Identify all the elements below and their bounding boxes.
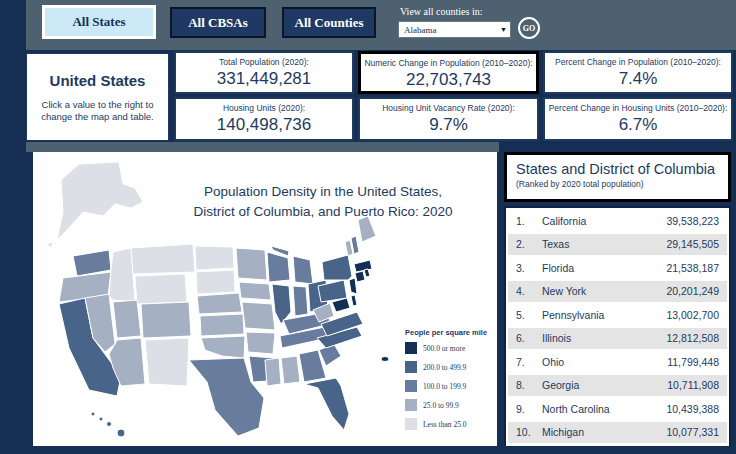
state-nj[interactable]	[349, 278, 357, 294]
state-ms[interactable]	[265, 358, 281, 386]
state-wy[interactable]	[135, 274, 187, 304]
geography-instructions: Click a value to the right to change the…	[37, 99, 158, 124]
map-panel: Population Density in the United States,…	[33, 152, 497, 454]
stat-label: Housing Unit Vacancy Rate (2020):	[360, 103, 537, 113]
legend-swatch	[405, 380, 417, 392]
state-dropdown-value: Alabama	[404, 25, 436, 35]
state-mi[interactable]	[293, 256, 313, 284]
state-wi[interactable]	[267, 252, 290, 282]
state-ri[interactable]	[364, 269, 370, 277]
stat-percent-change-population[interactable]: Percent Change in Population (2010–2020)…	[543, 51, 733, 94]
state-hi-island[interactable]	[99, 417, 103, 421]
state-nm[interactable]	[145, 338, 189, 386]
table-row[interactable]: 1. California 39,538,223	[508, 210, 727, 231]
state-il[interactable]	[272, 284, 291, 324]
state-mo[interactable]	[242, 302, 275, 330]
state-ny[interactable]	[322, 255, 352, 280]
state-mn[interactable]	[236, 248, 267, 280]
stat-value: 140,498,736	[176, 115, 352, 135]
state-wa[interactable]	[73, 250, 111, 276]
legend-item: Less than 25.0	[405, 418, 495, 430]
table-row[interactable]: 3. Florida 21,538,187	[508, 257, 727, 278]
state-sd[interactable]	[196, 270, 235, 294]
table-row[interactable]: 7. Ohio 11,799,448	[508, 351, 727, 372]
map-legend: People per square mile 500.0 or more 200…	[405, 328, 495, 437]
state-ct[interactable]	[355, 271, 365, 282]
legend-swatch	[405, 342, 417, 354]
state-ut[interactable]	[113, 300, 141, 338]
view-counties-label: View all counties in:	[400, 6, 482, 17]
legend-item: 25.0 to 99.9	[405, 399, 495, 411]
state-ar[interactable]	[246, 332, 275, 354]
state-in[interactable]	[293, 286, 308, 316]
state-dropdown[interactable]: Alabama ▼	[398, 21, 511, 38]
stat-total-population[interactable]: Total Population (2020): 331,449,281	[174, 51, 354, 94]
ranking-list: 1. California 39,538,223 2. Texas 29,145…	[504, 206, 731, 454]
state-co[interactable]	[141, 302, 191, 338]
ranking-title: States and District of Columbia	[516, 161, 728, 177]
state-hi-island[interactable]	[107, 422, 112, 427]
stat-vacancy-rate[interactable]: Housing Unit Vacancy Rate (2020): 9.7%	[358, 97, 539, 141]
divider	[26, 142, 499, 152]
table-row[interactable]: 5. Pennsylvania 13,002,700	[508, 304, 727, 325]
state-sc[interactable]	[319, 344, 341, 366]
state-al[interactable]	[281, 356, 300, 384]
table-row[interactable]: 6. Illinois 12,812,508	[508, 328, 727, 349]
legend-swatch	[405, 399, 417, 411]
state-ak-island[interactable]	[47, 242, 53, 248]
state-hi[interactable]	[117, 429, 125, 437]
stat-numeric-change-population[interactable]: Numeric Change in Population (2010–2020)…	[358, 51, 539, 94]
ranking-subtitle: (Ranked by 2020 total population)	[516, 179, 728, 189]
legend-item: 100.0 to 199.9	[405, 380, 495, 392]
legend-item: 200.0 to 499.9	[405, 361, 495, 373]
geography-title: United States	[27, 72, 168, 89]
stat-label: Numeric Change in Population (2010–2020)…	[361, 58, 536, 68]
stat-label: Percent Change in Population (2010–2020)…	[545, 57, 731, 67]
all-counties-button[interactable]: All Counties	[282, 7, 376, 38]
state-fl[interactable]	[304, 378, 349, 430]
ranking-header: States and District of Columbia (Ranked …	[504, 152, 731, 202]
table-row[interactable]: 8. Georgia 10,711,908	[508, 375, 727, 396]
table-row[interactable]: 4. New York 20,201,249	[508, 281, 727, 302]
stat-label: Housing Units (2020):	[176, 103, 352, 113]
table-row[interactable]: 9. North Carolina 10,439,388	[508, 398, 727, 419]
chevron-down-icon: ▼	[500, 26, 507, 33]
stat-percent-change-housing[interactable]: Percent Change in Housing Units (2010–20…	[543, 97, 733, 141]
state-ks[interactable]	[200, 314, 244, 336]
state-nd[interactable]	[195, 246, 234, 270]
top-toolbar: All States All CBSAs All Counties View a…	[26, 0, 736, 50]
state-me[interactable]	[358, 216, 376, 242]
legend-title: People per square mile	[405, 328, 495, 337]
legend-swatch	[405, 361, 417, 373]
legend-item: 500.0 or more	[405, 342, 495, 354]
state-id[interactable]	[109, 248, 135, 302]
go-button[interactable]: GO	[518, 17, 540, 39]
stat-value: 9.7%	[360, 115, 537, 135]
all-states-button[interactable]: All States	[42, 5, 156, 39]
state-hi-island[interactable]	[91, 412, 95, 416]
bottom-bar	[0, 446, 736, 454]
stat-value: 22,703,743	[361, 70, 536, 90]
state-ia[interactable]	[239, 282, 271, 300]
state-ne[interactable]	[197, 293, 242, 314]
table-row[interactable]: 10. Michigan 10,077,331	[508, 422, 727, 443]
stat-label: Total Population (2020):	[176, 57, 352, 67]
legend-swatch	[405, 418, 417, 430]
territory-pr[interactable]	[381, 357, 389, 362]
state-mt[interactable]	[131, 244, 195, 274]
stat-value: 7.4%	[545, 69, 731, 89]
stat-value: 331,449,281	[176, 69, 352, 89]
stat-value: 6.7%	[545, 115, 731, 135]
state-ma[interactable]	[354, 260, 372, 272]
census-map-app: All States All CBSAs All Counties View a…	[0, 0, 736, 454]
stat-housing-units[interactable]: Housing Units (2020): 140,498,736	[174, 97, 354, 141]
table-row[interactable]: 2. Texas 29,145,505	[508, 234, 727, 255]
stat-label: Percent Change in Housing Units (2010–20…	[545, 103, 731, 113]
state-ok[interactable]	[201, 336, 245, 358]
all-cbsas-button[interactable]: All CBSAs	[170, 7, 266, 38]
geography-info-panel: United States Click a value to the right…	[26, 53, 169, 141]
state-ak[interactable]	[57, 162, 143, 240]
state-de[interactable]	[351, 295, 357, 306]
